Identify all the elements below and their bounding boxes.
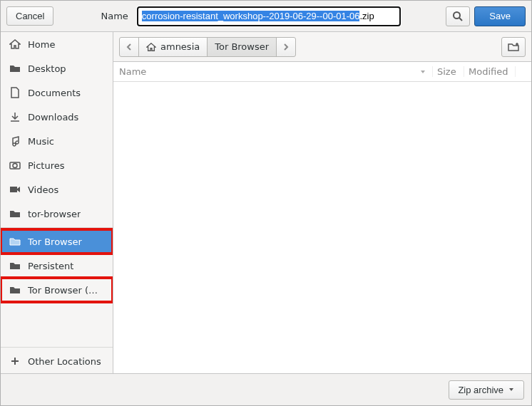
sidebar-item-other-locations[interactable]: Other Locations bbox=[1, 349, 113, 373]
sidebar-item-videos[interactable]: Videos bbox=[1, 177, 113, 202]
folder-open-icon bbox=[9, 236, 21, 247]
sidebar-item-desktop[interactable]: Desktop bbox=[1, 56, 113, 80]
folder-icon bbox=[9, 260, 21, 271]
search-button[interactable] bbox=[446, 6, 470, 26]
sidebar-item-tor-browser[interactable]: Tor Browser bbox=[1, 229, 113, 254]
sidebar-item-label: Home bbox=[28, 39, 55, 50]
cancel-button[interactable]: Cancel bbox=[6, 6, 53, 26]
sidebar-item-label: Music bbox=[28, 136, 54, 147]
path-label: Tor Browser bbox=[215, 41, 269, 52]
folder-icon bbox=[9, 284, 21, 296]
column-label: Name bbox=[119, 66, 146, 77]
sidebar-item-label: Downloads bbox=[28, 112, 78, 123]
path-bar: amnesia Tor Browser bbox=[113, 32, 531, 62]
path-segment-tor-browser[interactable]: Tor Browser bbox=[207, 37, 277, 57]
chevron-left-icon bbox=[126, 43, 133, 51]
sidebar-item-label: Pictures bbox=[28, 160, 64, 171]
sidebar-item-persistent[interactable]: Persistent bbox=[1, 254, 113, 278]
search-icon bbox=[452, 11, 464, 22]
path-forward-button[interactable] bbox=[276, 37, 296, 57]
svg-point-0 bbox=[454, 12, 460, 19]
plus-icon bbox=[9, 355, 21, 367]
chevron-down-icon bbox=[508, 386, 515, 393]
places-sidebar: Home Desktop Documents Downloads Music P… bbox=[1, 32, 113, 373]
dialog-footer: Zip archive bbox=[1, 373, 531, 405]
video-icon bbox=[9, 184, 21, 195]
separator bbox=[1, 227, 113, 228]
sidebar-item-music[interactable]: Music bbox=[1, 129, 113, 153]
chevron-right-icon bbox=[282, 43, 290, 51]
separator bbox=[1, 347, 113, 348]
path-label: amnesia bbox=[160, 41, 200, 52]
format-label: Zip archive bbox=[458, 385, 503, 395]
sidebar-item-label: Videos bbox=[28, 184, 58, 195]
path-segment-amnesia[interactable]: amnesia bbox=[138, 37, 208, 57]
sidebar-item-label: Persistent bbox=[28, 261, 73, 271]
path-back-button[interactable] bbox=[119, 37, 139, 57]
column-modified[interactable]: Modified bbox=[464, 66, 516, 77]
sidebar-item-label: Documents bbox=[28, 88, 81, 98]
download-icon bbox=[9, 111, 21, 123]
sort-desc-icon bbox=[419, 68, 426, 76]
sidebar-item-tor-browser-lc[interactable]: tor-browser bbox=[1, 202, 113, 226]
svg-point-3 bbox=[13, 164, 17, 168]
column-size[interactable]: Size bbox=[433, 66, 464, 77]
sidebar-item-downloads[interactable]: Downloads bbox=[1, 105, 113, 129]
sidebar-item-label: Tor Browser (… bbox=[28, 285, 98, 296]
svg-line-1 bbox=[459, 18, 462, 21]
sidebar-item-home[interactable]: Home bbox=[1, 32, 113, 56]
file-list[interactable] bbox=[113, 82, 531, 373]
dialog-header: Cancel Name Save bbox=[1, 1, 531, 32]
folder-icon bbox=[9, 63, 21, 74]
column-name[interactable]: Name bbox=[119, 66, 433, 77]
sidebar-item-tor-browser-ellipsis[interactable]: Tor Browser (… bbox=[1, 278, 113, 302]
sidebar-item-label: Other Locations bbox=[28, 356, 101, 367]
folder-icon bbox=[9, 208, 21, 219]
new-folder-button[interactable] bbox=[501, 37, 526, 57]
home-icon bbox=[9, 38, 21, 50]
music-icon bbox=[9, 135, 21, 147]
sidebar-item-pictures[interactable]: Pictures bbox=[1, 153, 113, 177]
filename-input[interactable] bbox=[137, 6, 401, 26]
new-folder-icon bbox=[508, 41, 519, 53]
camera-icon bbox=[9, 160, 21, 171]
document-icon bbox=[9, 87, 21, 98]
svg-rect-4 bbox=[10, 187, 17, 192]
home-icon bbox=[146, 42, 156, 52]
format-selector[interactable]: Zip archive bbox=[449, 380, 524, 400]
save-button[interactable]: Save bbox=[474, 6, 526, 26]
filename-label: Name bbox=[101, 11, 128, 21]
sidebar-item-label: Desktop bbox=[28, 63, 66, 74]
file-list-header: Name Size Modified bbox=[113, 62, 531, 82]
sidebar-item-documents[interactable]: Documents bbox=[1, 80, 113, 105]
sidebar-item-label: tor-browser bbox=[28, 209, 81, 219]
sidebar-item-label: Tor Browser bbox=[28, 236, 82, 247]
